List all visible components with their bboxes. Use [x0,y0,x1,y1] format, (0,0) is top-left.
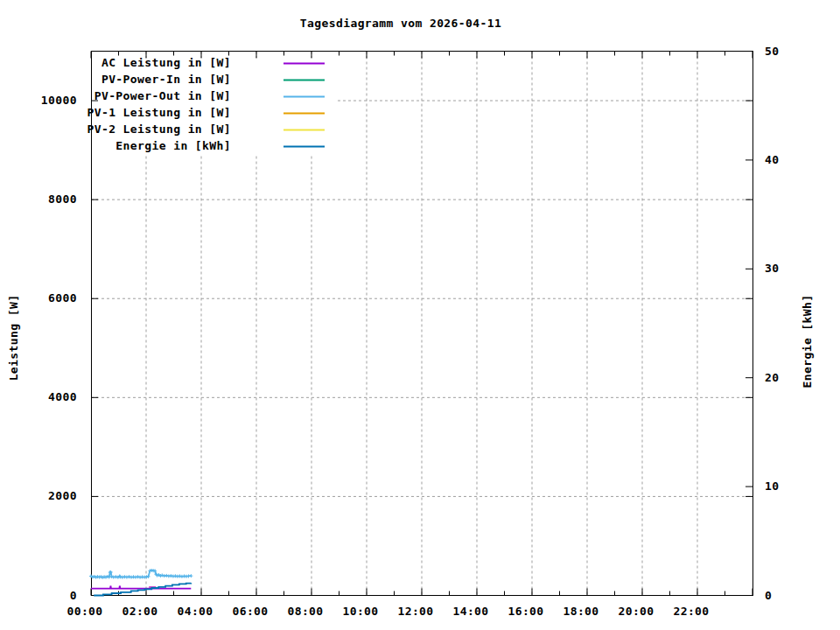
left-axis-title: Leistung [W] [8,295,20,382]
y-right-tick-label: 10 [765,480,779,493]
x-tick-label: 10:00 [342,606,378,618]
right-axis-title: Energie [kWh] [802,295,814,388]
legend-item-label: PV-2 Leistung in [W] [0,123,231,136]
legend-item-label: PV-Power-In in [W] [0,74,231,86]
x-tick-label: 12:00 [397,606,433,618]
x-tick-label: 22:00 [673,606,709,618]
x-tick-label: 18:00 [563,606,598,618]
x-tick-label: 04:00 [177,606,213,618]
y-right-tick-label: 30 [765,262,779,275]
legend-item-label: PV-1 Leistung in [W] [0,107,231,119]
y-left-tick-label: 4000 [0,391,77,403]
x-tick-label: 14:00 [452,606,488,618]
y-right-tick-label: 0 [765,590,772,602]
x-tick-label: 06:00 [232,606,268,618]
y-left-tick-label: 2000 [0,490,77,502]
y-right-tick-label: 20 [765,372,779,384]
y-right-tick-label: 50 [765,46,779,58]
legend-item-label: AC Leistung in [W] [0,57,231,69]
x-tick-label: 00:00 [66,606,102,618]
y-right-tick-label: 40 [765,154,779,166]
chart-title: Tagesdiagramm vom 2026-04-11 [300,18,501,30]
series-pv-power-out-in-w- [89,569,192,579]
y-left-tick-label: 6000 [0,292,77,304]
x-tick-label: 16:00 [508,606,543,618]
legend-item-label: Energie in [kWh] [0,140,231,152]
legend-item-label: PV-Power-Out in [W] [0,90,231,102]
y-left-tick-label: 8000 [0,193,77,206]
x-tick-label: 02:00 [122,606,158,618]
x-tick-label: 08:00 [287,606,323,618]
gnuplot-window: Tagesdiagramm vom 2026-04-11 Leistung [W… [0,0,840,630]
series-ac-leistung-in-w- [91,586,191,589]
x-tick-label: 20:00 [618,606,654,618]
y-left-tick-label: 0 [0,590,77,602]
